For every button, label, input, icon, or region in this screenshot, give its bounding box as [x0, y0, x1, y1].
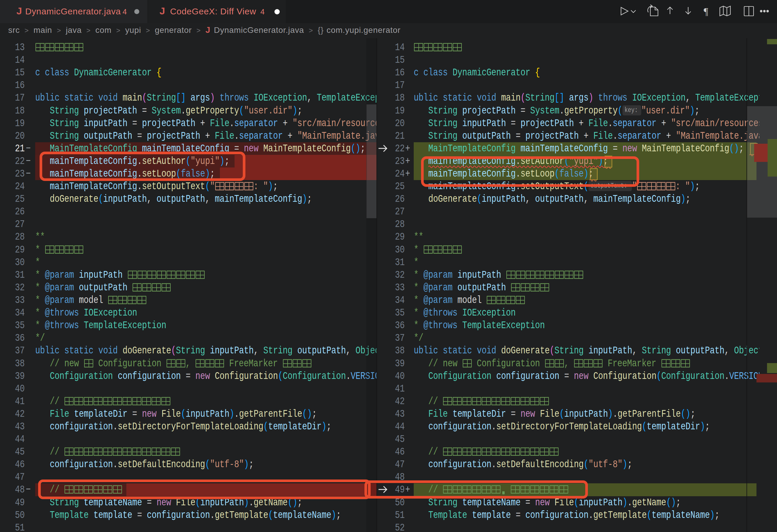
svg-text:¶: ¶ — [704, 6, 708, 17]
